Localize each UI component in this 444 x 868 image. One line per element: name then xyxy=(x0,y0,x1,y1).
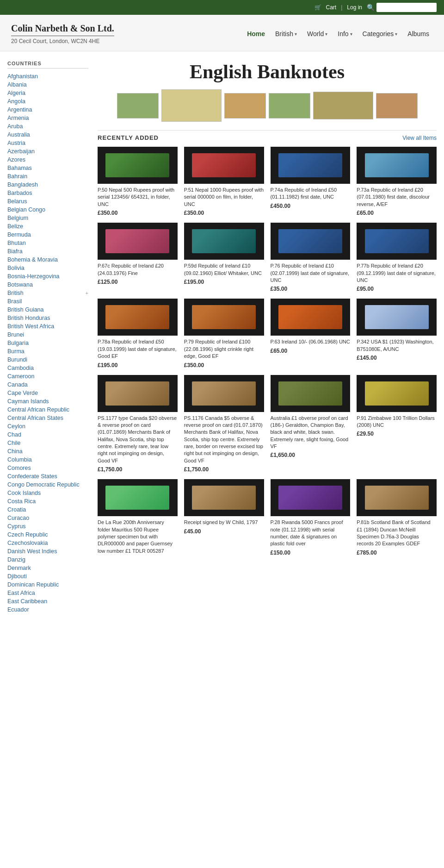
sidebar-item-cameroon[interactable]: Cameroon xyxy=(7,372,88,381)
nav-info[interactable]: Info ▾ xyxy=(334,28,356,39)
sidebar-item-costa-rica[interactable]: Costa Rica xyxy=(7,497,88,506)
sidebar-item-congo-democratic-republic[interactable]: Congo Democratic Republic xyxy=(7,481,88,489)
sidebar-item-afghanistan[interactable]: Afghanistan xyxy=(7,72,88,81)
product-image xyxy=(98,479,178,516)
sidebar-item-british-honduras[interactable]: British Honduras xyxy=(7,314,88,322)
product-card[interactable]: P.63 Ireland 10/- (06.06.1968) UNC£65.00 xyxy=(271,299,351,368)
sidebar-item-chile[interactable]: Chile xyxy=(7,439,88,447)
sidebar-item-australia[interactable]: Australia xyxy=(7,131,88,139)
sidebar-item-angola[interactable]: Angola xyxy=(7,97,88,106)
search-input[interactable] xyxy=(376,3,437,12)
sidebar-item-bahamas[interactable]: Bahamas xyxy=(7,164,88,172)
sidebar-item-east-africa[interactable]: East Africa xyxy=(7,589,88,597)
sidebar-item-cambodia[interactable]: Cambodia xyxy=(7,364,88,372)
sidebar-item-bangladesh[interactable]: Bangladesh xyxy=(7,181,88,189)
sidebar-item-chad[interactable]: Chad xyxy=(7,431,88,439)
sidebar-item-bhutan[interactable]: Bhutan xyxy=(7,239,88,247)
product-card[interactable]: P.342 USA $1 (1923) Washington, B751080E… xyxy=(357,299,437,368)
sidebar-item-croatia[interactable]: Croatia xyxy=(7,506,88,514)
sidebar-item-aruba[interactable]: Aruba xyxy=(7,122,88,131)
sidebar-item-brunei[interactable]: Brunei xyxy=(7,331,88,339)
sidebar-item-bermuda[interactable]: Bermuda xyxy=(7,231,88,239)
product-card[interactable]: P.78a Republic of Ireland £50 (19.03.199… xyxy=(98,299,178,368)
sidebar-item-algeria[interactable]: Algeria xyxy=(7,89,88,97)
sidebar-item-armenia[interactable]: Armenia xyxy=(7,114,88,122)
product-image xyxy=(98,223,178,260)
product-card[interactable]: P.76 Republic of Ireland £10 (02.07.1999… xyxy=(271,223,351,292)
product-card[interactable]: P.74a Republic of Ireland £50 (01.11.198… xyxy=(271,147,351,216)
login-link[interactable]: Log in xyxy=(347,4,362,11)
sidebar-item-denmark[interactable]: Denmark xyxy=(7,564,88,572)
sidebar-item-columbia[interactable]: Columbia xyxy=(7,456,88,464)
sidebar-item-cyprus[interactable]: Cyprus xyxy=(7,522,88,531)
sidebar-item-curacao[interactable]: Curacao xyxy=(7,514,88,522)
product-card[interactable]: P.50 Nepal 500 Rupees proof with serial … xyxy=(98,147,178,216)
sidebar-item-comores[interactable]: Comores xyxy=(7,464,88,472)
sidebar-item-argentina[interactable]: Argentina xyxy=(7,106,88,114)
sidebar-item-djibouti[interactable]: Djibouti xyxy=(7,572,88,581)
product-card[interactable]: P.79 Republic of Ireland £100 (22.08.199… xyxy=(184,299,264,368)
nav-categories[interactable]: Categories ▾ xyxy=(359,28,401,39)
sidebar-item-belize[interactable]: Belize xyxy=(7,222,88,231)
product-price: £29.50 xyxy=(357,431,437,437)
sidebar-item-bosnia-herzegovina[interactable]: Bosnia-Herzegovina xyxy=(7,272,88,281)
product-card[interactable]: Australia £1 obverse proof on card (186-… xyxy=(271,375,351,473)
sidebar-item-central-african-states[interactable]: Central African States xyxy=(7,414,88,422)
sidebar-item-czechoslovakia[interactable]: Czechoslovakia xyxy=(7,539,88,547)
sidebar-item-ceylon[interactable]: Ceylon xyxy=(7,422,88,431)
nav-british[interactable]: British ▾ xyxy=(271,28,301,39)
sidebar-item-belgium[interactable]: Belgium xyxy=(7,214,88,222)
sidebar-item-biafra[interactable]: Biafra xyxy=(7,247,88,256)
product-card[interactable]: P.67c Republic of Ireland £20 (24.03.197… xyxy=(98,223,178,292)
sidebar-item-botswana[interactable]: Botswana xyxy=(7,281,88,289)
sidebar-item-belgian-congo[interactable]: Belgian Congo xyxy=(7,206,88,214)
product-card[interactable]: PS.1177 type Canada $20 obverse & revers… xyxy=(98,375,178,473)
product-card[interactable]: De La Rue 200th Anniversary folder Mauri… xyxy=(98,479,178,556)
view-all-link[interactable]: View all Items xyxy=(402,135,437,141)
product-card[interactable]: P.91 Zimbabwe 100 Trillion Dollars (2008… xyxy=(357,375,437,473)
nav-world[interactable]: World ▾ xyxy=(303,28,331,39)
sidebar-item-brasil[interactable]: Brasil xyxy=(7,297,88,306)
sidebar-item-bahrain[interactable]: Bahrain xyxy=(7,172,88,181)
sidebar-item-china[interactable]: China xyxy=(7,447,88,456)
sidebar-item-barbados[interactable]: Barbados xyxy=(7,189,88,197)
sidebar-item-bohemia-&-moravia[interactable]: Bohemia & Moravia xyxy=(7,256,88,264)
sidebar-item-danzig[interactable]: Danzig xyxy=(7,556,88,564)
product-card[interactable]: Receipt signed by W Child, 1797£45.00 xyxy=(184,479,264,556)
sidebar-item-azerbaijan[interactable]: Azerbaijan xyxy=(7,147,88,156)
chevron-down-icon: ▾ xyxy=(350,31,352,37)
sidebar-item-belarus[interactable]: Belarus xyxy=(7,197,88,206)
sidebar-item-east-caribbean[interactable]: East Caribbean xyxy=(7,597,88,606)
cart-link[interactable]: Cart xyxy=(326,4,337,11)
sidebar-item-austria[interactable]: Austria xyxy=(7,139,88,147)
sidebar-item-cayman-islands[interactable]: Cayman Islands xyxy=(7,397,88,406)
product-card[interactable]: P.73a Republic of Ireland £20 (07.01.198… xyxy=(357,147,437,216)
sidebar-item-czech-republic[interactable]: Czech Republic xyxy=(7,531,88,539)
product-card[interactable]: P.51 Nepal 1000 Rupees proof with serial… xyxy=(184,147,264,216)
sidebar-item-british[interactable]: British+ xyxy=(7,289,88,297)
sidebar-item-danish-west-indies[interactable]: Danish West Indies xyxy=(7,547,88,556)
product-card[interactable]: P.59d Republic of Ireland £10 (09.02.196… xyxy=(184,223,264,292)
hero-images xyxy=(98,89,437,122)
sidebar-item-ecuador[interactable]: Ecuador xyxy=(7,606,88,614)
nav-home[interactable]: Home xyxy=(243,28,269,39)
sidebar-item-dominican-republic[interactable]: Dominican Republic xyxy=(7,581,88,589)
sidebar-item-burundi[interactable]: Burundi xyxy=(7,356,88,364)
sidebar-item-british-west-africa[interactable]: British West Africa xyxy=(7,322,88,331)
sidebar-item-cape-verde[interactable]: Cape Verde xyxy=(7,389,88,397)
product-card[interactable]: P.28 Rwanda 5000 Francs proof note (01.1… xyxy=(271,479,351,556)
sidebar-item-canada[interactable]: Canada xyxy=(7,381,88,389)
product-card[interactable]: P.77b Republic of Ireland £20 (09.12.199… xyxy=(357,223,437,292)
sidebar-item-bolivia[interactable]: Bolivia xyxy=(7,264,88,272)
sidebar-item-burma[interactable]: Burma xyxy=(7,347,88,356)
product-card[interactable]: PS.1176 Canada $5 obverse & reverse proo… xyxy=(184,375,264,473)
nav-albums[interactable]: Albums xyxy=(404,28,433,39)
sidebar-item-bulgaria[interactable]: Bulgaria xyxy=(7,339,88,347)
sidebar-item-confederate-states[interactable]: Confederate States xyxy=(7,472,88,481)
sidebar-item-british-guiana[interactable]: British Guiana xyxy=(7,306,88,314)
sidebar-item-azores[interactable]: Azores xyxy=(7,156,88,164)
sidebar-item-central-african-republic[interactable]: Central African Republic xyxy=(7,406,88,414)
product-card[interactable]: P.81b Scotland Bank of Scotland £1 (1894… xyxy=(357,479,437,556)
sidebar-item-albania[interactable]: Albania xyxy=(7,81,88,89)
sidebar-item-cook-islands[interactable]: Cook Islands xyxy=(7,489,88,497)
